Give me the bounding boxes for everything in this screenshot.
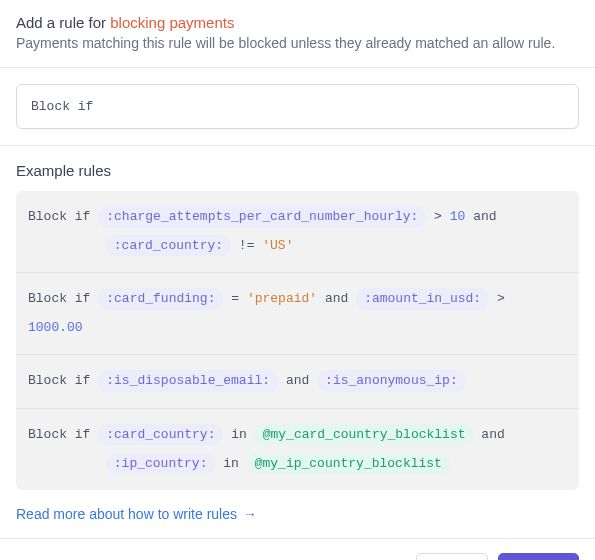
list-token: @my_card_country_blocklist: [255, 424, 474, 446]
field-token: :ip_country:: [106, 453, 216, 475]
number-literal: 10: [450, 209, 466, 224]
op-gt: >: [434, 209, 442, 224]
op-in: in: [223, 456, 239, 471]
op-and: and: [473, 209, 496, 224]
field-token: :charge_attempts_per_card_number_hourly:: [98, 206, 426, 228]
page-title: Add a rule for blocking payments: [16, 14, 579, 31]
title-highlight: blocking payments: [110, 14, 234, 31]
op-gt: >: [497, 291, 505, 306]
footer: Cancel Test rule: [0, 539, 595, 560]
list-token: @my_ip_country_blocklist: [247, 453, 450, 475]
test-rule-button[interactable]: Test rule: [498, 553, 579, 560]
number-literal: 1000.00: [28, 320, 83, 335]
arrow-right-icon: →: [243, 506, 257, 522]
field-token: :card_country:: [106, 235, 231, 257]
op-and: and: [481, 427, 504, 442]
op-in: in: [231, 427, 247, 442]
example-rule-1: Block if :charge_attempts_per_card_numbe…: [16, 191, 579, 273]
rule-input[interactable]: Block if: [16, 84, 579, 129]
field-token: :is_anonymous_ip:: [317, 370, 466, 392]
op-eq: =: [231, 291, 239, 306]
read-more-label: Read more about how to write rules: [16, 506, 237, 522]
example-rule-2: Block if :card_funding: = 'prepaid' and …: [16, 273, 579, 355]
op-neq: !=: [239, 238, 255, 253]
read-more-link[interactable]: Read more about how to write rules →: [16, 506, 257, 522]
example-rule-4: Block if :card_country: in @my_card_coun…: [16, 409, 579, 490]
field-token: :card_country:: [98, 424, 223, 446]
block-if-kw: Block if: [28, 209, 90, 224]
page-subtitle: Payments matching this rule will be bloc…: [16, 35, 579, 51]
example-rules-heading: Example rules: [16, 162, 579, 179]
string-literal: 'US': [262, 238, 293, 253]
cancel-button[interactable]: Cancel: [416, 553, 488, 560]
op-and: and: [325, 291, 348, 306]
example-rule-3: Block if :is_disposable_email: and :is_a…: [16, 355, 579, 409]
field-token: :amount_in_usd:: [356, 288, 489, 310]
op-and: and: [286, 373, 309, 388]
block-if-kw: Block if: [28, 291, 90, 306]
title-prefix: Add a rule for: [16, 14, 110, 31]
string-literal: 'prepaid': [247, 291, 317, 306]
field-token: :is_disposable_email:: [98, 370, 278, 392]
block-if-kw: Block if: [28, 373, 90, 388]
block-if-kw: Block if: [28, 427, 90, 442]
field-token: :card_funding:: [98, 288, 223, 310]
example-rules-container: Block if :charge_attempts_per_card_numbe…: [16, 191, 579, 490]
